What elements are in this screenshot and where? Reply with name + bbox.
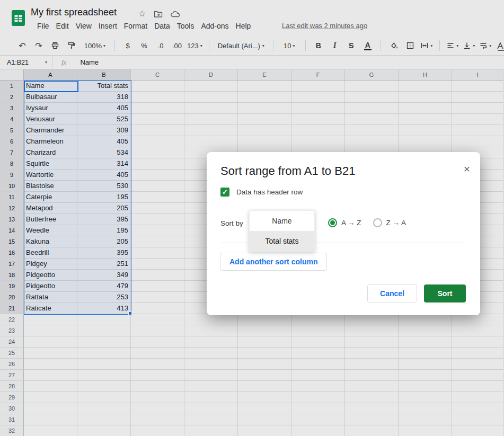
sort-button[interactable]: Sort: [424, 284, 466, 302]
cancel-button[interactable]: Cancel: [367, 284, 417, 302]
sort-by-label: Sort by: [220, 219, 243, 227]
radio-descending-label: Z → A: [386, 219, 406, 227]
radio-dot: [330, 220, 335, 225]
radio-descending[interactable]: [373, 218, 382, 227]
header-row-checkbox-label: Data has header row: [236, 188, 303, 196]
radio-ascending[interactable]: [328, 218, 337, 227]
sort-range-dialog: Sort range from A1 to B21 × ✓ Data has h…: [207, 152, 480, 315]
dialog-title: Sort range from A1 to B21: [220, 164, 355, 178]
add-sort-column-button[interactable]: Add another sort column: [220, 253, 327, 271]
dropdown-option-total-stats[interactable]: Total stats: [250, 231, 314, 251]
radio-ascending-label: A → Z: [341, 219, 361, 227]
sort-column-dropdown: Name Total stats: [249, 210, 315, 252]
header-row-checkbox[interactable]: ✓: [220, 188, 229, 197]
close-icon[interactable]: ×: [464, 163, 470, 175]
dropdown-option-name[interactable]: Name: [250, 211, 314, 231]
sort-order-radio-group: A → Z Z → A: [328, 218, 406, 227]
